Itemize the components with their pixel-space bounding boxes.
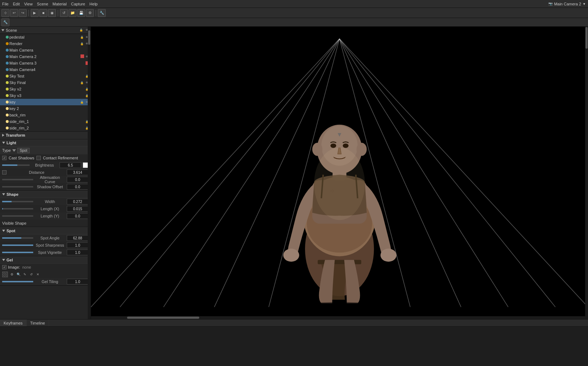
gel-refresh-icon[interactable]: ↺	[29, 272, 34, 277]
width-slider[interactable]	[2, 201, 33, 202]
tree-item-maincam[interactable]: Main Camera	[0, 47, 91, 53]
brightness-value[interactable]: 6.5	[60, 162, 81, 168]
left-panel-scrollbar[interactable]	[88, 27, 91, 319]
tab-keyframes[interactable]: Keyframes	[0, 319, 27, 326]
cast-shadows-checkbox[interactable]: ✓	[2, 156, 6, 160]
toolbar-btn-refresh[interactable]: ↺	[60, 9, 68, 17]
visible-shape-row: Visible Shape	[0, 220, 91, 227]
gel-edit-icon[interactable]: ✎	[22, 272, 27, 277]
contact-refinement-checkbox[interactable]	[36, 156, 41, 160]
menu-scene[interactable]: Scene	[37, 2, 48, 6]
bottom-content	[0, 327, 588, 366]
menu-help[interactable]: Help	[90, 2, 98, 6]
scene-lock-icon[interactable]: 🔒	[79, 28, 83, 32]
type-value[interactable]: Spot	[17, 148, 30, 153]
toolbar2-btn-wand[interactable]: 🔧	[1, 18, 9, 26]
pedestal-lock[interactable]: 🔒	[80, 35, 84, 39]
viewport-scrollbar-h[interactable]	[91, 316, 588, 319]
width-value[interactable]: 0.272	[67, 199, 88, 204]
toolbar-btn-settings[interactable]: ⚙	[86, 9, 94, 17]
spot-header[interactable]: Spot	[0, 227, 91, 234]
menu-edit[interactable]: Edit	[13, 2, 20, 6]
scene-header[interactable]: Scene 🔒 👁	[0, 27, 91, 34]
tree-item-skyfinal[interactable]: Sky Final 🔒 👁	[0, 79, 91, 86]
brightness-slider[interactable]	[2, 164, 30, 166]
menu-view[interactable]: View	[24, 2, 33, 6]
shape-collapse-icon	[2, 193, 5, 195]
menu-file[interactable]: File	[2, 2, 9, 6]
length-y-value[interactable]: 0.0	[67, 213, 88, 219]
gel-header[interactable]: Gel	[0, 256, 91, 264]
tab-timeline[interactable]: Timeline	[27, 319, 49, 326]
tree-item-key[interactable]: key 🔒 👁	[0, 99, 91, 105]
toolbar: ⊹ ↩ ↪ ▶ ■ ◉ ↺ 📁 💾 ⚙ 🔧	[0, 8, 588, 18]
spot-vignette-slider[interactable]	[2, 252, 33, 253]
toolbar-btn-folder[interactable]: 📁	[69, 9, 77, 17]
brightness-slider-fill	[2, 164, 17, 166]
spot-vignette-label: Spot Vignette	[35, 250, 66, 255]
cast-shadows-row: ✓ Cast Shadows Contact Refinement	[0, 154, 91, 162]
toolbar-btn-move[interactable]: ⊹	[1, 9, 9, 17]
attenuation-value[interactable]: 0.0	[67, 177, 88, 182]
transform-section: Transform	[0, 132, 91, 139]
gel-settings-icon[interactable]: ⚙	[9, 272, 14, 277]
tree-item-maincam4[interactable]: Main Camera4	[0, 66, 91, 73]
distance-checkbox[interactable]	[2, 170, 6, 175]
gel-image-checkbox[interactable]: ✓	[2, 265, 6, 269]
toolbar-btn-save[interactable]: 💾	[77, 9, 85, 17]
skyfinal-lock[interactable]: 🔒	[80, 80, 84, 85]
tree-item-siderim1[interactable]: side_rim_1 🔒	[0, 118, 91, 125]
tree-item-skytest[interactable]: Sky Test 🔒	[0, 73, 91, 79]
toolbar-btn-redo[interactable]: ↪	[19, 9, 27, 17]
menu-material[interactable]: Material	[53, 2, 67, 6]
tree-item-backrim[interactable]: back_rim	[0, 112, 91, 118]
gel-tiling-slider-fill	[2, 281, 33, 282]
toolbar-btn-gear[interactable]: 🔧	[98, 9, 106, 17]
gel-swatch	[2, 272, 8, 277]
toolbar-btn-record[interactable]: ◉	[48, 9, 56, 17]
gel-section: Gel ✓ Image: none ⚙ 🔍 ✎ ↺ ✕	[0, 256, 91, 286]
tree-item-maincam2[interactable]: Main Camera 2 👁	[0, 53, 91, 60]
gel-tiling-value[interactable]: 1.0	[67, 279, 88, 285]
menu-capture[interactable]: Capture	[71, 2, 85, 6]
shape-header[interactable]: Shape	[0, 191, 91, 198]
tree-item-render[interactable]: Render 🔒 👁	[0, 40, 91, 47]
viewport-scrollbar-v[interactable]	[585, 27, 588, 319]
transform-collapse-icon	[2, 134, 4, 137]
tree-item-skyv3[interactable]: Sky v3 🔒	[0, 92, 91, 99]
shadow-offset-slider[interactable]	[2, 186, 33, 188]
spot-angle-slider[interactable]	[2, 237, 33, 239]
skytest-icon	[6, 75, 9, 78]
tree-item-siderim2[interactable]: side_rim_2 🔒	[0, 125, 91, 131]
render-lock[interactable]: 🔒	[80, 41, 84, 46]
maincam3-icon	[6, 62, 9, 65]
spot-angle-row: Spot Angle 62.88	[0, 234, 91, 242]
tree-item-pedestal[interactable]: pedestal 🔒 👁	[0, 34, 91, 40]
spot-vignette-value[interactable]: 1.0	[67, 250, 88, 255]
distance-value[interactable]: 3.614	[67, 169, 88, 175]
cast-shadows-label: Cast Shadows	[9, 156, 34, 160]
gel-clear-icon[interactable]: ✕	[35, 272, 40, 277]
toolbar-btn-undo[interactable]: ↩	[10, 9, 18, 17]
key-lock[interactable]: 🔒	[80, 100, 84, 104]
type-label: Type	[2, 148, 11, 153]
camera-select[interactable]: 📷 Main Camera 2 ▼	[548, 2, 586, 6]
length-y-slider[interactable]	[2, 215, 33, 217]
gel-search-icon[interactable]: 🔍	[16, 272, 21, 277]
attenuation-slider[interactable]	[2, 179, 33, 180]
shadow-offset-value[interactable]: 0.0	[67, 184, 88, 190]
length-x-value[interactable]: 0.015	[67, 206, 88, 212]
light-header[interactable]: Light	[0, 139, 91, 146]
length-x-slider[interactable]	[2, 208, 33, 210]
tree-item-maincam3[interactable]: Main Camera 3	[0, 60, 91, 66]
tree-item-skyv2[interactable]: Sky v2 🔒	[0, 86, 91, 92]
spot-angle-value[interactable]: 62.88	[67, 235, 88, 241]
transform-header[interactable]: Transform	[0, 132, 91, 139]
gel-icon-row: ⚙ 🔍 ✎ ↺ ✕	[0, 271, 91, 278]
spot-sharpness-value[interactable]: 1.0	[67, 242, 88, 248]
spot-sharpness-slider[interactable]	[2, 244, 33, 246]
toolbar-btn-play[interactable]: ▶	[31, 9, 39, 17]
gel-tiling-slider[interactable]	[2, 281, 33, 282]
tree-item-key2[interactable]: key 2	[0, 105, 91, 112]
toolbar-btn-stop[interactable]: ■	[39, 9, 47, 17]
